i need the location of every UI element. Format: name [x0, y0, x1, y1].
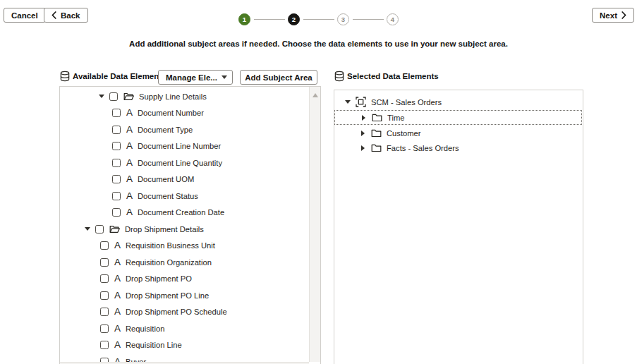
text-attribute-icon: A	[114, 258, 121, 267]
tree-item-label: Requisition Business Unit	[126, 241, 215, 250]
text-attribute-glyph: A	[114, 291, 121, 300]
caret-down-icon[interactable]	[84, 227, 90, 231]
tree-item[interactable]: ADocument Number	[60, 105, 308, 122]
checkbox[interactable]	[112, 192, 121, 200]
chevron-right-icon	[621, 11, 626, 19]
checkbox[interactable]	[95, 225, 104, 233]
tree-item[interactable]: Facts - Sales Orders	[334, 140, 582, 155]
text-attribute-glyph: A	[114, 324, 121, 333]
tree-item[interactable]: Drop Shipment Details	[60, 221, 308, 238]
checkbox[interactable]	[112, 159, 121, 167]
checkbox[interactable]	[100, 274, 109, 283]
back-button[interactable]: Back	[44, 8, 88, 23]
manage-elements-dropdown-button[interactable]: Manage Ele...	[158, 70, 233, 85]
text-attribute-icon: A	[126, 126, 133, 134]
text-attribute-icon: A	[114, 324, 121, 333]
text-attribute-icon: A	[126, 208, 133, 217]
folder-icon	[371, 128, 382, 138]
checkbox[interactable]	[100, 324, 109, 333]
tree-item[interactable]: ADocument Status	[60, 188, 308, 205]
text-attribute-icon: A	[114, 241, 121, 250]
tree-item[interactable]: ADocument Line Number	[60, 138, 308, 155]
tree-item-label: Requisition	[126, 324, 164, 333]
next-button[interactable]: Next	[592, 8, 634, 23]
chevron-left-icon	[51, 11, 56, 19]
database-icon	[59, 71, 71, 85]
text-attribute-icon: A	[126, 109, 133, 117]
text-attribute-icon: A	[114, 274, 121, 283]
text-attribute-glyph: A	[114, 341, 121, 349]
add-subject-area-label: Add Subject Area	[245, 73, 312, 82]
caret-right-icon[interactable]	[360, 115, 367, 121]
step-connector	[303, 19, 334, 20]
text-attribute-icon: A	[114, 308, 121, 316]
add-subject-area-button[interactable]: Add Subject Area	[240, 70, 317, 85]
tree-item-label: Requisition Organization	[126, 258, 212, 267]
manage-elements-label: Manage Ele...	[166, 73, 217, 82]
step-3-indicator: 3	[337, 13, 349, 25]
next-button-label: Next	[600, 11, 617, 20]
text-attribute-glyph: A	[114, 308, 121, 316]
checkbox[interactable]	[100, 308, 109, 316]
tree-item[interactable]: SCM - Sales Orders	[334, 95, 582, 109]
checkbox[interactable]	[100, 241, 109, 250]
tree-item-label: Requisition Line	[126, 341, 182, 349]
tree-item-label: Facts - Sales Orders	[387, 144, 459, 152]
scroll-up-arrow-icon[interactable]	[313, 93, 318, 97]
vertical-scrollbar[interactable]	[309, 87, 320, 362]
tree-item[interactable]: ADocument Creation Date	[60, 205, 308, 222]
text-attribute-icon: A	[126, 142, 133, 150]
cancel-button[interactable]: Cancel	[4, 8, 46, 23]
tree-item[interactable]: Customer	[334, 126, 582, 140]
tree-item-label: Time	[387, 114, 404, 122]
text-attribute-icon: A	[114, 291, 121, 300]
text-attribute-glyph: A	[126, 208, 133, 217]
tree-item[interactable]: ADocument Type	[60, 121, 308, 138]
caret-down-icon[interactable]	[344, 100, 351, 104]
checkbox[interactable]	[112, 126, 121, 134]
selected-panel-title: Selected Data Elements	[347, 72, 439, 80]
subject-area-icon	[356, 97, 366, 107]
tree-item[interactable]: ADocument Line Quantity	[60, 154, 308, 171]
tree-item-label: Drop Shipment PO	[126, 274, 192, 283]
checkbox[interactable]	[112, 175, 121, 183]
tree-item[interactable]: Supply Line Details	[60, 88, 308, 105]
available-data-elements-panel: Available Data Elements Manage Ele... Ad…	[59, 70, 321, 364]
tree-item-drop-target[interactable]: Time	[334, 110, 582, 125]
checkbox[interactable]	[112, 208, 121, 217]
text-attribute-icon: A	[126, 159, 133, 167]
tree-item[interactable]: ARequisition	[60, 320, 308, 337]
text-attribute-glyph: A	[126, 126, 133, 134]
tree-item-label: Customer	[387, 129, 421, 138]
tree-item[interactable]: ADrop Shipment PO	[60, 271, 308, 288]
text-attribute-glyph: A	[126, 159, 133, 167]
tree-item-label: Document Line Quantity	[138, 159, 222, 167]
checkbox[interactable]	[109, 92, 118, 101]
tree-item-label: Document UOM	[138, 175, 194, 183]
tree-item-label: Document Creation Date	[138, 208, 224, 217]
dropdown-arrow-icon	[222, 75, 227, 79]
tree-item[interactable]: ARequisition Business Unit	[60, 238, 308, 255]
text-attribute-glyph: A	[126, 175, 133, 183]
selected-elements-tree: SCM - Sales OrdersTimeCustomerFacts - Sa…	[334, 90, 582, 155]
caret-down-icon[interactable]	[98, 95, 104, 98]
checkbox[interactable]	[100, 341, 109, 349]
caret-right-icon[interactable]	[360, 131, 366, 136]
tree-item[interactable]: ARequisition Organization	[60, 254, 308, 271]
checkbox[interactable]	[112, 142, 121, 150]
available-elements-tree-box: Supply Line DetailsADocument NumberADocu…	[59, 86, 321, 364]
tree-item[interactable]: ADrop Shipment PO Schedule	[60, 304, 308, 321]
tree-item[interactable]: ARequisition Line	[60, 337, 308, 354]
checkbox[interactable]	[100, 258, 109, 267]
available-panel-title: Available Data Elements	[73, 72, 166, 80]
caret-right-icon[interactable]	[360, 145, 366, 151]
tree-item-label: Drop Shipment Details	[125, 225, 204, 233]
tree-item[interactable]: ADrop Shipment PO Line	[60, 287, 308, 304]
step-connector	[254, 19, 285, 20]
checkbox[interactable]	[100, 291, 109, 300]
tree-item-label: SCM - Sales Orders	[371, 98, 442, 107]
tree-item[interactable]: ADocument UOM	[60, 171, 308, 188]
folder-icon	[372, 113, 382, 122]
folder-open-icon	[109, 224, 120, 233]
checkbox[interactable]	[112, 109, 121, 117]
